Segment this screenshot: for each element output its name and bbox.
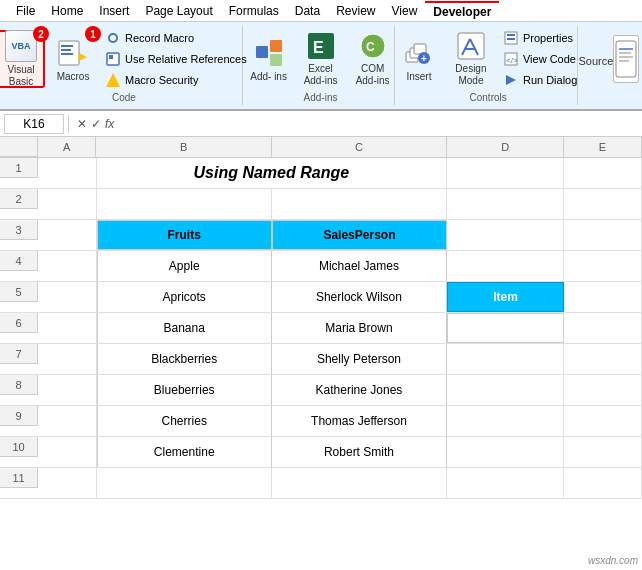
svg-rect-2 xyxy=(61,49,71,51)
excel-addins-button[interactable]: E Excel Add-ins xyxy=(297,30,345,88)
menu-data[interactable]: Data xyxy=(287,2,328,20)
addins-group-label: Add-ins xyxy=(304,90,338,103)
ribbon-group-source: Source Source xyxy=(582,26,636,105)
menu-home[interactable]: Home xyxy=(43,2,91,20)
cell-thomas-jefferson[interactable]: Thomas Jefferson xyxy=(272,406,447,436)
menu-review[interactable]: Review xyxy=(328,2,383,20)
cell-sherlock-wilson[interactable]: Sherlock Wilson xyxy=(272,282,447,312)
record-macro-icon xyxy=(105,30,121,46)
cell-banana[interactable]: Banana xyxy=(97,313,272,343)
record-macro-button[interactable]: Record Macro xyxy=(101,28,251,48)
col-header-b[interactable]: B xyxy=(96,137,271,157)
cell-d11[interactable] xyxy=(447,468,564,498)
menu-bar: File Home Insert Page Layout Formulas Da… xyxy=(0,0,642,22)
menu-formulas[interactable]: Formulas xyxy=(221,2,287,20)
col-header-d[interactable]: D xyxy=(447,137,564,157)
cell-cherries[interactable]: Cherries xyxy=(97,406,272,436)
insert-button[interactable]: + Insert xyxy=(395,30,443,88)
cell-a1[interactable] xyxy=(38,158,97,188)
cancel-formula-icon[interactable]: ✕ xyxy=(77,117,87,131)
ribbon-group-addins: Add- ins E Excel Add-ins C COM Add-ins A… xyxy=(247,26,396,105)
cell-katherine-jones[interactable]: Katherine Jones xyxy=(272,375,447,405)
cell-apple[interactable]: Apple xyxy=(97,251,272,281)
cell-b2[interactable] xyxy=(97,189,272,219)
source-button[interactable]: Source xyxy=(587,30,631,88)
macro-security-button[interactable]: Macro Security xyxy=(101,70,251,90)
cell-blackberries[interactable]: Blackberries xyxy=(97,344,272,374)
cell-a9[interactable] xyxy=(38,406,97,436)
menu-view[interactable]: View xyxy=(384,2,426,20)
code-small-buttons: Record Macro Use Relative References Mac… xyxy=(101,28,251,90)
cell-c2[interactable] xyxy=(272,189,447,219)
formula-input[interactable] xyxy=(122,115,638,133)
cell-d4[interactable] xyxy=(447,251,564,281)
cell-a8[interactable] xyxy=(38,375,97,405)
col-header-e[interactable]: E xyxy=(564,137,642,157)
cell-robert-smith[interactable]: Robert Smith xyxy=(272,437,447,467)
cell-d2[interactable] xyxy=(447,189,564,219)
col-header-a[interactable]: A xyxy=(38,137,96,157)
cell-e4[interactable] xyxy=(564,251,642,281)
insert-function-icon[interactable]: fx xyxy=(105,117,114,131)
cell-d3[interactable] xyxy=(447,220,564,250)
svg-text:+: + xyxy=(421,53,427,64)
cell-a2[interactable] xyxy=(38,189,97,219)
cell-d10[interactable] xyxy=(447,437,564,467)
cell-salesperson-header[interactable]: SalesPerson xyxy=(272,220,447,250)
menu-developer[interactable]: Developer xyxy=(425,1,499,21)
ribbon: VBA VisualBasic 2 xyxy=(0,22,642,111)
svg-text:E: E xyxy=(313,39,324,56)
cell-d7[interactable] xyxy=(447,344,564,374)
cell-d9[interactable] xyxy=(447,406,564,436)
row-num-10: 10 xyxy=(0,437,38,457)
cell-e7[interactable] xyxy=(564,344,642,374)
cell-b11[interactable] xyxy=(97,468,272,498)
svg-rect-27 xyxy=(507,38,515,40)
cell-blueberries[interactable]: Blueberries xyxy=(97,375,272,405)
cell-shelly-peterson[interactable]: Shelly Peterson xyxy=(272,344,447,374)
cell-e10[interactable] xyxy=(564,437,642,467)
menu-file[interactable]: File xyxy=(8,2,43,20)
use-relative-references-button[interactable]: Use Relative References xyxy=(101,49,251,69)
cell-e2[interactable] xyxy=(564,189,642,219)
cell-e8[interactable] xyxy=(564,375,642,405)
cell-a10[interactable] xyxy=(38,437,97,467)
cell-e11[interactable] xyxy=(564,468,642,498)
cell-a7[interactable] xyxy=(38,344,97,374)
ribbon-group-controls: + Insert Design Mode xyxy=(399,26,577,105)
confirm-formula-icon[interactable]: ✓ xyxy=(91,117,101,131)
design-mode-button[interactable]: Design Mode xyxy=(447,30,495,88)
cell-clementine[interactable]: Clementine xyxy=(97,437,272,467)
col-header-c[interactable]: C xyxy=(272,137,447,157)
svg-rect-11 xyxy=(270,54,282,66)
menu-insert[interactable]: Insert xyxy=(91,2,137,20)
addins-icon xyxy=(253,37,285,69)
cell-fruits-header[interactable]: Fruits xyxy=(97,220,272,250)
cell-reference-box[interactable] xyxy=(4,114,64,134)
view-code-button[interactable]: </> View Code xyxy=(499,49,581,69)
com-addins-button[interactable]: C COM Add-ins xyxy=(349,30,397,88)
cell-e6[interactable] xyxy=(564,313,642,343)
cell-d6[interactable] xyxy=(447,313,564,343)
cell-e3[interactable] xyxy=(564,220,642,250)
cell-e9[interactable] xyxy=(564,406,642,436)
cell-d1[interactable] xyxy=(447,158,564,188)
cell-c11[interactable] xyxy=(272,468,447,498)
run-dialog-button[interactable]: Run Dialog xyxy=(499,70,581,90)
cell-e1[interactable] xyxy=(564,158,642,188)
cell-a5[interactable] xyxy=(38,282,97,312)
cell-a11[interactable] xyxy=(38,468,97,498)
properties-button[interactable]: Properties xyxy=(499,28,581,48)
cell-d8[interactable] xyxy=(447,375,564,405)
cell-a3[interactable] xyxy=(38,220,97,250)
cell-a6[interactable] xyxy=(38,313,97,343)
cell-e5[interactable] xyxy=(564,282,642,312)
svg-rect-1 xyxy=(61,45,73,47)
cell-a4[interactable] xyxy=(38,251,97,281)
cell-michael-james[interactable]: Michael James xyxy=(272,251,447,281)
cell-maria-brown[interactable]: Maria Brown xyxy=(272,313,447,343)
cell-item[interactable]: Item xyxy=(447,282,564,312)
menu-page-layout[interactable]: Page Layout xyxy=(137,2,220,20)
cell-apricots[interactable]: Apricots xyxy=(97,282,272,312)
addins-button[interactable]: Add- ins xyxy=(245,30,293,88)
